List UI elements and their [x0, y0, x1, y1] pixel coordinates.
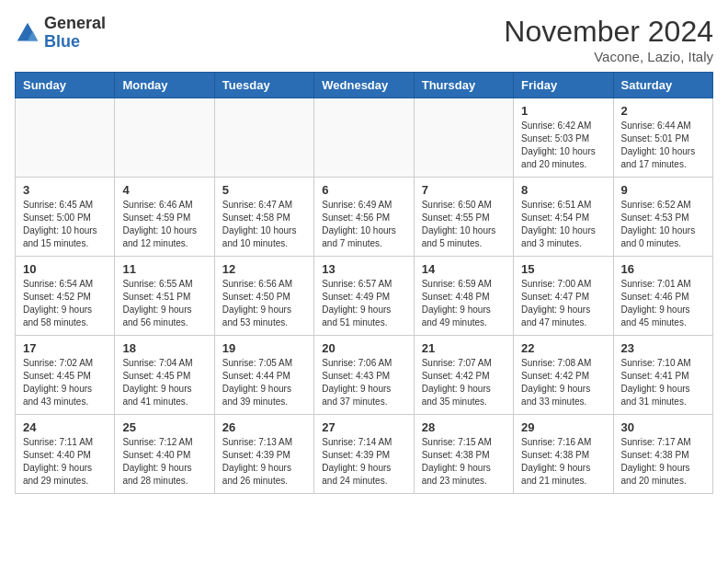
day-info: Sunrise: 7:10 AM Sunset: 4:41 PM Dayligh…	[621, 357, 705, 408]
day-info: Sunrise: 6:56 AM Sunset: 4:50 PM Dayligh…	[222, 278, 306, 329]
week-row-5: 24Sunrise: 7:11 AM Sunset: 4:40 PM Dayli…	[16, 415, 713, 494]
calendar-cell: 2Sunrise: 6:44 AM Sunset: 5:01 PM Daylig…	[613, 98, 712, 178]
calendar-cell: 29Sunrise: 7:16 AM Sunset: 4:38 PM Dayli…	[514, 415, 613, 494]
day-number: 19	[222, 341, 306, 355]
day-number: 15	[521, 262, 605, 276]
calendar-cell: 15Sunrise: 7:00 AM Sunset: 4:47 PM Dayli…	[514, 257, 613, 336]
day-number: 1	[521, 104, 605, 118]
day-number: 4	[122, 183, 206, 197]
day-info: Sunrise: 6:45 AM Sunset: 5:00 PM Dayligh…	[23, 199, 107, 250]
calendar-title: November 2024	[504, 15, 713, 49]
week-row-1: 1Sunrise: 6:42 AM Sunset: 5:03 PM Daylig…	[16, 98, 713, 178]
day-info: Sunrise: 7:17 AM Sunset: 4:38 PM Dayligh…	[621, 436, 705, 488]
day-number: 18	[122, 341, 206, 355]
day-number: 5	[222, 183, 306, 197]
calendar-cell: 12Sunrise: 6:56 AM Sunset: 4:50 PM Dayli…	[214, 257, 313, 336]
logo-text: GeneralBlue	[44, 15, 106, 52]
calendar-cell: 30Sunrise: 7:17 AM Sunset: 4:38 PM Dayli…	[613, 415, 712, 494]
day-number: 12	[222, 262, 306, 276]
logo: GeneralBlue	[15, 15, 106, 52]
day-info: Sunrise: 7:04 AM Sunset: 4:45 PM Dayligh…	[122, 357, 206, 408]
calendar-cell: 28Sunrise: 7:15 AM Sunset: 4:38 PM Dayli…	[414, 415, 513, 494]
day-info: Sunrise: 7:07 AM Sunset: 4:42 PM Dayligh…	[422, 357, 506, 408]
calendar-cell: 9Sunrise: 6:52 AM Sunset: 4:53 PM Daylig…	[613, 178, 712, 257]
weekday-header-row: SundayMondayTuesdayWednesdayThursdayFrid…	[16, 73, 713, 98]
day-number: 28	[422, 420, 506, 434]
calendar-cell: 24Sunrise: 7:11 AM Sunset: 4:40 PM Dayli…	[16, 415, 115, 494]
logo-icon	[15, 20, 40, 46]
day-number: 22	[521, 341, 605, 355]
calendar-cell: 7Sunrise: 6:50 AM Sunset: 4:55 PM Daylig…	[414, 178, 513, 257]
calendar-cell: 26Sunrise: 7:13 AM Sunset: 4:39 PM Dayli…	[214, 415, 313, 494]
calendar-cell	[214, 98, 313, 178]
calendar-cell: 3Sunrise: 6:45 AM Sunset: 5:00 PM Daylig…	[16, 178, 115, 257]
day-number: 23	[621, 341, 705, 355]
day-number: 6	[322, 183, 405, 197]
calendar-cell: 1Sunrise: 6:42 AM Sunset: 5:03 PM Daylig…	[514, 98, 613, 178]
day-info: Sunrise: 6:54 AM Sunset: 4:52 PM Dayligh…	[23, 278, 107, 329]
day-info: Sunrise: 7:00 AM Sunset: 4:47 PM Dayligh…	[521, 278, 605, 329]
day-info: Sunrise: 6:50 AM Sunset: 4:55 PM Dayligh…	[422, 199, 506, 250]
calendar-cell: 14Sunrise: 6:59 AM Sunset: 4:48 PM Dayli…	[414, 257, 513, 336]
day-info: Sunrise: 6:44 AM Sunset: 5:01 PM Dayligh…	[621, 120, 705, 171]
day-info: Sunrise: 7:15 AM Sunset: 4:38 PM Dayligh…	[422, 436, 506, 488]
calendar-subtitle: Vacone, Lazio, Italy	[504, 49, 713, 64]
day-info: Sunrise: 6:59 AM Sunset: 4:48 PM Dayligh…	[422, 278, 506, 329]
calendar-cell	[115, 98, 214, 178]
calendar-table: SundayMondayTuesdayWednesdayThursdayFrid…	[15, 72, 713, 494]
day-info: Sunrise: 6:42 AM Sunset: 5:03 PM Dayligh…	[521, 120, 605, 171]
week-row-4: 17Sunrise: 7:02 AM Sunset: 4:45 PM Dayli…	[16, 336, 713, 415]
calendar-cell: 16Sunrise: 7:01 AM Sunset: 4:46 PM Dayli…	[613, 257, 712, 336]
day-info: Sunrise: 6:49 AM Sunset: 4:56 PM Dayligh…	[322, 199, 405, 250]
day-number: 21	[422, 341, 506, 355]
weekday-header-saturday: Saturday	[613, 73, 712, 98]
weekday-header-sunday: Sunday	[16, 73, 115, 98]
day-number: 11	[122, 262, 206, 276]
day-number: 29	[521, 420, 605, 434]
week-row-3: 10Sunrise: 6:54 AM Sunset: 4:52 PM Dayli…	[16, 257, 713, 336]
calendar-cell	[16, 98, 115, 178]
day-info: Sunrise: 7:16 AM Sunset: 4:38 PM Dayligh…	[521, 436, 605, 488]
calendar-cell: 21Sunrise: 7:07 AM Sunset: 4:42 PM Dayli…	[414, 336, 513, 415]
day-number: 3	[23, 183, 107, 197]
calendar-cell: 19Sunrise: 7:05 AM Sunset: 4:44 PM Dayli…	[214, 336, 313, 415]
calendar-cell: 23Sunrise: 7:10 AM Sunset: 4:41 PM Dayli…	[613, 336, 712, 415]
day-info: Sunrise: 6:57 AM Sunset: 4:49 PM Dayligh…	[322, 278, 405, 329]
day-number: 10	[23, 262, 107, 276]
calendar-cell: 17Sunrise: 7:02 AM Sunset: 4:45 PM Dayli…	[16, 336, 115, 415]
weekday-header-friday: Friday	[514, 73, 613, 98]
calendar-cell: 25Sunrise: 7:12 AM Sunset: 4:40 PM Dayli…	[115, 415, 214, 494]
day-number: 20	[322, 341, 405, 355]
day-number: 8	[521, 183, 605, 197]
day-info: Sunrise: 7:06 AM Sunset: 4:43 PM Dayligh…	[322, 357, 405, 408]
calendar-cell: 5Sunrise: 6:47 AM Sunset: 4:58 PM Daylig…	[214, 178, 313, 257]
day-number: 30	[621, 420, 705, 434]
day-info: Sunrise: 7:12 AM Sunset: 4:40 PM Dayligh…	[122, 436, 206, 488]
day-info: Sunrise: 7:08 AM Sunset: 4:42 PM Dayligh…	[521, 357, 605, 408]
day-info: Sunrise: 6:46 AM Sunset: 4:59 PM Dayligh…	[122, 199, 206, 250]
day-number: 26	[222, 420, 306, 434]
calendar-cell: 18Sunrise: 7:04 AM Sunset: 4:45 PM Dayli…	[115, 336, 214, 415]
day-info: Sunrise: 6:47 AM Sunset: 4:58 PM Dayligh…	[222, 199, 306, 250]
calendar-cell: 6Sunrise: 6:49 AM Sunset: 4:56 PM Daylig…	[314, 178, 414, 257]
calendar-cell: 4Sunrise: 6:46 AM Sunset: 4:59 PM Daylig…	[115, 178, 214, 257]
day-info: Sunrise: 7:05 AM Sunset: 4:44 PM Dayligh…	[222, 357, 306, 408]
day-info: Sunrise: 7:02 AM Sunset: 4:45 PM Dayligh…	[23, 357, 107, 408]
calendar-cell: 27Sunrise: 7:14 AM Sunset: 4:39 PM Dayli…	[314, 415, 414, 494]
day-number: 9	[621, 183, 705, 197]
day-number: 7	[422, 183, 506, 197]
calendar-cell	[414, 98, 513, 178]
calendar-cell: 20Sunrise: 7:06 AM Sunset: 4:43 PM Dayli…	[314, 336, 414, 415]
calendar-cell: 8Sunrise: 6:51 AM Sunset: 4:54 PM Daylig…	[514, 178, 613, 257]
weekday-header-tuesday: Tuesday	[214, 73, 313, 98]
page-header: GeneralBlue November 2024 Vacone, Lazio,…	[15, 15, 713, 64]
day-info: Sunrise: 7:14 AM Sunset: 4:39 PM Dayligh…	[322, 436, 405, 488]
day-info: Sunrise: 6:51 AM Sunset: 4:54 PM Dayligh…	[521, 199, 605, 250]
day-info: Sunrise: 7:13 AM Sunset: 4:39 PM Dayligh…	[222, 436, 306, 488]
day-info: Sunrise: 7:01 AM Sunset: 4:46 PM Dayligh…	[621, 278, 705, 329]
day-number: 25	[122, 420, 206, 434]
calendar-cell: 13Sunrise: 6:57 AM Sunset: 4:49 PM Dayli…	[314, 257, 414, 336]
calendar-cell: 10Sunrise: 6:54 AM Sunset: 4:52 PM Dayli…	[16, 257, 115, 336]
day-number: 14	[422, 262, 506, 276]
day-number: 17	[23, 341, 107, 355]
